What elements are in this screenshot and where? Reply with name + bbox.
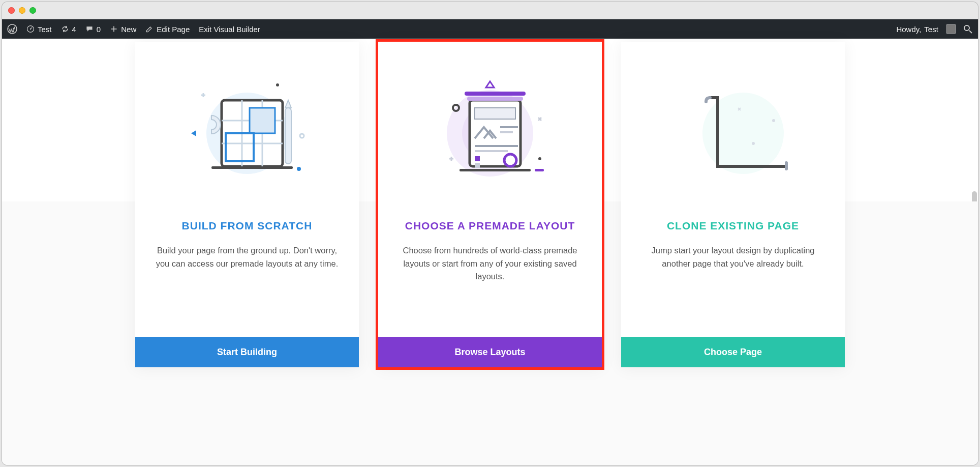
- new-content-menu[interactable]: New: [110, 25, 136, 34]
- search-icon: [963, 24, 973, 34]
- updates-count: 4: [72, 25, 76, 34]
- howdy-prefix: Howdy,: [896, 25, 921, 34]
- svg-point-36: [538, 157, 541, 160]
- svg-rect-12: [211, 166, 293, 169]
- pencil-icon: [145, 25, 154, 33]
- site-name-label: Test: [38, 25, 52, 34]
- card-title: Build From Scratch: [135, 220, 359, 232]
- svg-point-40: [752, 142, 755, 145]
- svg-rect-29: [475, 156, 480, 161]
- svg-rect-24: [475, 108, 515, 119]
- comments-menu[interactable]: 0: [85, 25, 101, 34]
- clone-illustration-icon: [667, 72, 799, 184]
- browse-layouts-button[interactable]: Browse Layouts: [378, 337, 602, 367]
- scratch-illustration-icon: [181, 72, 313, 184]
- card-premade-layout: Choose A Premade Layout Choose from hund…: [378, 42, 602, 367]
- svg-point-15: [276, 83, 279, 86]
- wordpress-logo-menu[interactable]: [7, 24, 17, 34]
- comments-count: 0: [97, 25, 101, 34]
- svg-point-37: [702, 93, 784, 174]
- new-label: New: [121, 25, 136, 34]
- howdy-username: Test: [924, 25, 938, 34]
- layout-cards-row: Build From Scratch Build your page from …: [135, 39, 845, 367]
- exit-builder-label: Exit Visual Builder: [199, 25, 260, 34]
- svg-marker-34: [486, 81, 494, 87]
- page-content: Build From Scratch Build your page from …: [2, 39, 978, 465]
- card-description: Build your page from the ground up. Don'…: [135, 244, 359, 270]
- avatar: [946, 24, 956, 34]
- window-titlebar: [2, 2, 978, 19]
- svg-rect-10: [250, 108, 275, 133]
- svg-rect-32: [460, 169, 531, 171]
- exit-visual-builder[interactable]: Exit Visual Builder: [199, 25, 260, 34]
- svg-point-2: [30, 28, 31, 30]
- card-title: Clone Existing Page: [621, 220, 845, 232]
- dashboard-icon: [26, 25, 35, 33]
- svg-point-3: [964, 25, 969, 31]
- svg-point-39: [772, 119, 775, 122]
- minimize-icon[interactable]: [19, 7, 25, 14]
- browser-window: Test 4 0 New: [2, 2, 978, 465]
- svg-rect-33: [535, 169, 544, 171]
- start-building-button[interactable]: Start Building: [135, 337, 359, 367]
- search-toggle[interactable]: [963, 24, 973, 34]
- edit-page-menu[interactable]: Edit Page: [145, 25, 190, 34]
- svg-marker-16: [191, 130, 196, 136]
- card-illustration: [135, 42, 359, 215]
- card-build-from-scratch: Build From Scratch Build your page from …: [135, 42, 359, 367]
- svg-rect-22: [467, 97, 523, 101]
- card-description: Choose from hundreds of world-class prem…: [378, 244, 602, 283]
- close-icon[interactable]: [8, 7, 15, 14]
- howdy-user-menu[interactable]: Howdy, Test: [896, 24, 956, 34]
- svg-point-17: [300, 134, 304, 138]
- svg-rect-30: [475, 163, 480, 168]
- scrollbar-thumb[interactable]: [972, 191, 977, 293]
- svg-rect-23: [465, 92, 526, 96]
- svg-point-18: [297, 167, 301, 171]
- choose-page-button[interactable]: Choose Page: [621, 337, 845, 367]
- plus-icon: [110, 25, 118, 33]
- card-title: Choose A Premade Layout: [378, 220, 602, 232]
- window-controls: [8, 7, 36, 14]
- wp-admin-bar: Test 4 0 New: [2, 19, 978, 39]
- premade-illustration-icon: [424, 72, 556, 184]
- svg-marker-14: [285, 100, 291, 108]
- maximize-icon[interactable]: [29, 7, 36, 14]
- comments-icon: [85, 25, 94, 33]
- edit-page-label: Edit Page: [157, 25, 190, 34]
- scrollbar-track[interactable]: [972, 74, 977, 430]
- svg-rect-13: [285, 108, 291, 164]
- updates-menu[interactable]: 4: [61, 25, 76, 34]
- card-description: Jump start your layout design by duplica…: [621, 244, 845, 270]
- card-illustration: [621, 42, 845, 215]
- updates-icon: [61, 25, 69, 33]
- card-illustration: [378, 42, 602, 215]
- card-clone-page: Clone Existing Page Jump start your layo…: [621, 42, 845, 367]
- site-name-menu[interactable]: Test: [26, 25, 52, 34]
